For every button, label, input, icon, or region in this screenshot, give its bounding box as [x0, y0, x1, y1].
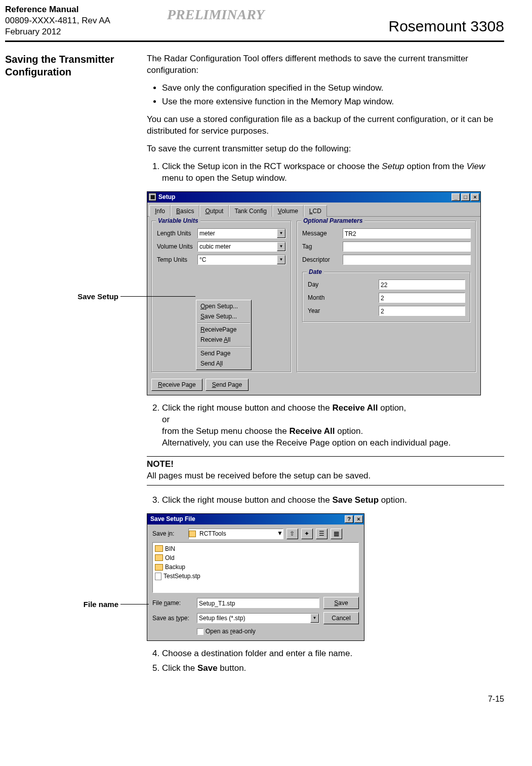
new-folder-button[interactable]: ✦ — [301, 529, 313, 539]
header-left: Reference Manual 00809-XXXX-4811, Rev AA… — [5, 4, 167, 37]
read-only-checkbox[interactable] — [197, 628, 203, 635]
save-in-combo[interactable]: ▼ — [188, 529, 283, 539]
file-list[interactable]: BIN Old Backup TestSetup.stp — [152, 542, 359, 593]
details-view-button[interactable]: ▦ — [331, 529, 342, 539]
save-in-value[interactable] — [198, 529, 277, 539]
send-page-button[interactable]: Send Page — [206, 379, 249, 391]
length-units-value[interactable] — [198, 229, 277, 238]
callout-file-name: File name — [56, 599, 120, 610]
save-as-type-combo[interactable]: ▼ — [197, 613, 319, 623]
note-text: All pages must be received before the se… — [147, 470, 504, 482]
maximize-button[interactable]: □ — [461, 193, 470, 201]
file-name-label: File name: — [152, 599, 193, 607]
bullet-item: Save only the configuration specified in… — [162, 83, 504, 94]
setup-window: ▦ Setup _ □ × Info Basics Output Tank Co… — [147, 191, 481, 395]
message-label: Message — [302, 229, 343, 237]
message-field[interactable]: TR2 — [343, 228, 471, 238]
temp-units-combo[interactable]: ▼ — [197, 255, 286, 265]
length-units-combo[interactable]: ▼ — [197, 228, 286, 238]
group-title: Date — [307, 268, 324, 276]
volume-units-combo[interactable]: ▼ — [197, 241, 286, 252]
dialog-title: Save Setup File — [148, 515, 345, 523]
tab-tank-config[interactable]: Tank Config — [229, 205, 272, 217]
save-as-type-value[interactable] — [197, 614, 310, 623]
file-icon — [155, 573, 161, 580]
group-date: Date Day 22 Month 2 — [302, 272, 471, 322]
paragraph: You can use a stored configuration file … — [147, 114, 504, 137]
tab-volume[interactable]: Volume — [272, 205, 304, 217]
up-one-level-button[interactable]: ⇧ — [287, 529, 298, 539]
tab-info[interactable]: Info — [149, 205, 171, 217]
dropdown-icon[interactable]: ▼ — [277, 255, 285, 264]
folder-icon — [155, 564, 163, 571]
dropdown-icon[interactable]: ▼ — [310, 614, 319, 623]
year-field[interactable]: 2 — [379, 306, 465, 316]
dropdown-icon[interactable]: ▼ — [277, 229, 285, 238]
page-number: 7-15 — [5, 694, 504, 705]
step-2: Click the right mouse button and choose … — [162, 402, 504, 449]
year-label: Year — [308, 307, 348, 315]
section-title: Saving the Transmitter Configuration — [5, 53, 142, 78]
receive-page-button[interactable]: Receive Page — [151, 379, 202, 391]
step-5: Click the Save button. — [162, 663, 504, 674]
manual-title: Reference Manual — [5, 4, 167, 15]
context-menu: Open Setup... Save Setup... ReceivePage … — [196, 300, 252, 370]
tab-output[interactable]: Output — [199, 205, 229, 217]
app-icon: ▦ — [148, 193, 156, 201]
folder-icon — [155, 554, 163, 561]
save-as-type-label: Save as type: — [152, 614, 193, 622]
month-label: Month — [308, 294, 348, 302]
preliminary-label: PRELIMINARY — [167, 4, 347, 37]
menu-send-page[interactable]: Send Page — [197, 348, 250, 358]
menu-receive-all[interactable]: Receive All — [197, 335, 250, 345]
list-item[interactable]: TestSetup.stp — [155, 572, 356, 580]
dropdown-icon[interactable]: ▼ — [277, 242, 285, 251]
folder-icon — [189, 529, 198, 539]
step-4: Choose a destination folder and enter a … — [162, 648, 504, 660]
tab-lcd[interactable]: LCD — [304, 205, 327, 217]
tag-field[interactable] — [343, 241, 471, 252]
cancel-button[interactable]: Cancel — [323, 612, 359, 624]
descriptor-field[interactable] — [343, 255, 471, 265]
titlebar[interactable]: ▦ Setup _ □ × — [147, 192, 480, 203]
close-button[interactable]: × — [354, 515, 363, 523]
list-view-button[interactable]: ☰ — [316, 529, 328, 539]
doc-number: 00809-XXXX-4811, Rev AA — [5, 15, 167, 26]
group-title: Optional Parameters — [301, 217, 364, 225]
volume-units-label: Volume Units — [157, 243, 197, 251]
paragraph: To save the current transmitter setup do… — [147, 143, 504, 155]
menu-open-setup[interactable]: Open Setup... — [197, 301, 250, 311]
bullet-item: Use the more extensive function in the M… — [162, 96, 504, 108]
callout-save-setup: Save Setup — [56, 292, 120, 302]
menu-save-setup[interactable]: Save Setup... — [197, 311, 250, 321]
tab-basics[interactable]: Basics — [171, 205, 199, 217]
tab-strip: Info Basics Output Tank Config Volume LC… — [147, 203, 480, 217]
descriptor-label: Descriptor — [302, 256, 343, 264]
dropdown-icon[interactable]: ▼ — [277, 529, 283, 539]
intro-paragraph: The Radar Configuration Tool offers diff… — [147, 53, 504, 76]
day-label: Day — [308, 280, 348, 289]
temp-units-value[interactable] — [198, 255, 277, 264]
tag-label: Tag — [302, 243, 343, 251]
close-button[interactable]: × — [471, 193, 479, 201]
volume-units-value[interactable] — [198, 242, 277, 251]
titlebar[interactable]: Save Setup File ? × — [147, 514, 364, 525]
list-item[interactable]: Old — [155, 554, 356, 562]
group-title: Variable Units — [156, 217, 200, 225]
file-name-field[interactable]: Setup_T1.stp — [197, 598, 319, 608]
step-1: Click the Setup icon in the RCT workspac… — [162, 161, 504, 184]
save-dialog: Save Setup File ? × Save in: ▼ — [147, 513, 364, 641]
minimize-button[interactable]: _ — [452, 193, 460, 201]
folder-icon — [155, 545, 163, 552]
save-button[interactable]: Save — [323, 597, 359, 609]
month-field[interactable]: 2 — [379, 293, 465, 303]
note-label: NOTE! — [147, 459, 174, 469]
menu-receive-page[interactable]: ReceivePage — [197, 325, 250, 335]
day-field[interactable]: 22 — [379, 279, 465, 290]
group-optional-parameters: Optional Parameters Message TR2 Tag Desc… — [297, 221, 476, 373]
help-button[interactable]: ? — [345, 515, 353, 523]
list-item[interactable]: BIN — [155, 545, 356, 553]
menu-send-all[interactable]: Send All — [197, 358, 250, 369]
doc-date: February 2012 — [5, 26, 167, 37]
list-item[interactable]: Backup — [155, 563, 356, 571]
